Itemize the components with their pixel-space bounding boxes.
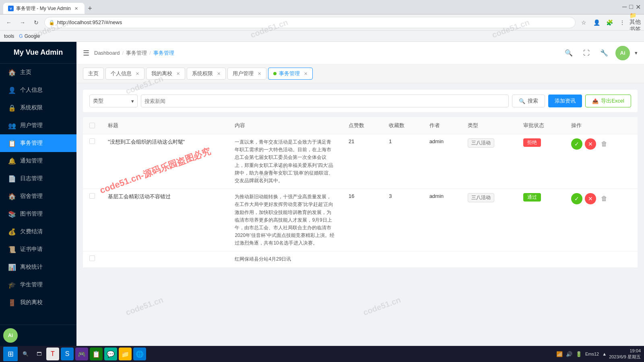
- sidebar-item-notifications[interactable]: 🔔 通知管理: [0, 152, 76, 170]
- taskbar-app-chat[interactable]: 💬: [104, 348, 117, 360]
- taskbar-app-s[interactable]: S: [61, 348, 74, 360]
- taskbar-network-icon[interactable]: 📶: [555, 350, 564, 358]
- profile-icon[interactable]: 👤: [591, 17, 602, 28]
- taskbar-chat-icon: 💬: [107, 350, 115, 358]
- extension-icon[interactable]: 🧩: [604, 17, 615, 28]
- row3-author: [423, 251, 461, 267]
- start-button[interactable]: ⊞: [3, 347, 18, 361]
- row3-checkbox[interactable]: [89, 255, 95, 261]
- search-button[interactable]: 🔍 搜索: [512, 95, 545, 107]
- sidebar-item-permissions[interactable]: 🔒 系统权限: [0, 99, 76, 117]
- browser-content: My Vue Admin 🏠 主页 👤 个人信息 🔒 系统权限 👥 用户管理: [0, 42, 644, 346]
- row2-checkbox-cell: [83, 189, 101, 251]
- type-select[interactable]: 类型 ▾: [89, 95, 138, 107]
- bookmark-tools[interactable]: tools: [4, 33, 14, 39]
- col-content: 内容: [228, 117, 342, 134]
- sidebar-item-users[interactable]: 👥 用户管理: [0, 117, 76, 134]
- taskbar-app-game[interactable]: 🎮: [75, 348, 88, 360]
- taskbar-arrow[interactable]: ▲: [602, 352, 607, 356]
- export-btn-label: 导出Excel: [601, 97, 624, 105]
- tab-leave[interactable]: 我的离校 ✕: [146, 68, 185, 80]
- tab-close-btn[interactable]: ✕: [73, 5, 80, 12]
- tab-profile[interactable]: 个人信息 ✕: [105, 68, 144, 80]
- tab-home[interactable]: 主页: [83, 68, 104, 80]
- forward-btn[interactable]: →: [17, 17, 28, 28]
- row2-reject-btn[interactable]: ✕: [585, 193, 596, 204]
- taskbar-battery-icon[interactable]: 🔋: [575, 350, 583, 358]
- taskbar-search[interactable]: 🔍: [19, 348, 32, 360]
- certificate-icon: 📜: [8, 245, 16, 253]
- new-tab-button[interactable]: +: [85, 3, 96, 14]
- row2-actions: ✓ ✕ 🗑: [565, 189, 638, 251]
- sidebar-item-logs[interactable]: 📄 日志管理: [0, 170, 76, 187]
- refresh-btn[interactable]: ↻: [31, 17, 42, 28]
- browser-tab-active[interactable]: V 事务管理 - My Vue Admin ✕: [3, 3, 85, 14]
- taskbar-sys-tray: Ems12 ▲: [585, 352, 607, 356]
- sidebar-item-fees[interactable]: 💰 欠费结清: [0, 223, 76, 241]
- sidebar-item-profile[interactable]: 👤 个人信息: [0, 81, 76, 99]
- select-all-checkbox[interactable]: [89, 123, 95, 128]
- sidebar-item-certificate[interactable]: 📜 证书申请: [0, 241, 76, 258]
- row2-type-tag: 三八活动: [468, 193, 494, 202]
- user-avatar-header[interactable]: Ai: [615, 46, 630, 60]
- tab-permissions-close[interactable]: ✕: [217, 71, 221, 76]
- taskbar-app-t[interactable]: T: [46, 348, 59, 360]
- taskbar-app-todo[interactable]: 📋: [90, 348, 103, 360]
- row2-approve-btn[interactable]: ✓: [571, 193, 582, 204]
- breadcrumb-dashboard[interactable]: Dashboard: [94, 50, 120, 56]
- taskbar-todo-icon: 📋: [92, 350, 100, 358]
- address-bar[interactable]: 🔒 http://localhost:9527/#/news: [44, 17, 576, 28]
- tab-permissions[interactable]: 系统权限 ✕: [187, 68, 226, 80]
- export-button[interactable]: 📤 导出Excel: [585, 95, 631, 107]
- sidebar-item-statistics[interactable]: 📊 离校统计: [0, 258, 76, 276]
- close-btn[interactable]: ✕: [636, 3, 641, 11]
- row1-delete-btn[interactable]: 🗑: [599, 138, 610, 150]
- other-bookmarks[interactable]: 📁 其他书签: [630, 17, 641, 28]
- sidebar-label-fees: 欠费结清: [20, 228, 43, 235]
- sidebar-item-affairs[interactable]: 📋 事务管理: [0, 134, 76, 152]
- sidebar-item-library[interactable]: 📚 图书管理: [0, 205, 76, 223]
- search-input-wrap[interactable]: [141, 95, 509, 107]
- row2-status: 通过: [517, 189, 565, 251]
- settings-icon-btn[interactable]: 🔧: [598, 47, 611, 60]
- tab-leave-close[interactable]: ✕: [176, 71, 180, 76]
- search-icon-btn[interactable]: 🔍: [562, 47, 575, 60]
- taskbar-app-files[interactable]: 📁: [119, 348, 132, 360]
- sidebar-label-statistics: 离校统计: [20, 263, 43, 271]
- taskbar-volume-icon[interactable]: 🔊: [565, 350, 573, 358]
- tab-affairs[interactable]: 事务管理 ✕: [268, 68, 313, 80]
- sidebar-item-students[interactable]: 🎓 学生管理: [0, 276, 76, 294]
- taskbar-right: 📶 🔊 🔋 Ems12 ▲ 19:04 2023/6/9 星期五: [555, 348, 641, 360]
- minimize-btn[interactable]: ─: [622, 3, 627, 11]
- bookmark-icon[interactable]: ☆: [578, 17, 589, 28]
- sidebar-item-leave-school[interactable]: 🚪 我的离校: [0, 294, 76, 311]
- row2-delete-btn[interactable]: 🗑: [599, 193, 610, 204]
- taskbar-taskview[interactable]: 🗖: [33, 348, 45, 360]
- row1-reject-btn[interactable]: ✕: [585, 138, 596, 150]
- user-dropdown-arrow[interactable]: ▾: [635, 50, 638, 56]
- maximize-btn[interactable]: □: [629, 3, 633, 11]
- bookmark-google[interactable]: G Google: [19, 33, 40, 39]
- fullscreen-icon-btn[interactable]: ⛶: [580, 47, 593, 60]
- tab-affairs-close[interactable]: ✕: [304, 71, 308, 76]
- sidebar-item-dormitory[interactable]: 🏠 宿舍管理: [0, 187, 76, 205]
- row1-checkbox[interactable]: [89, 138, 95, 144]
- menu-toggle-btn[interactable]: ☰: [83, 49, 89, 58]
- breadcrumb-affairs-mgmt[interactable]: 事务管理: [126, 49, 147, 57]
- tab-users-mgmt[interactable]: 用户管理 ✕: [227, 68, 266, 80]
- back-btn[interactable]: ←: [3, 17, 14, 28]
- search-input[interactable]: [144, 98, 505, 104]
- tab-users-close[interactable]: ✕: [258, 71, 261, 76]
- menu-dots-icon[interactable]: ⋮: [617, 17, 628, 28]
- sidebar-label-notifications: 通知管理: [20, 157, 43, 165]
- tab-users-label: 用户管理: [233, 70, 254, 77]
- sidebar-item-home[interactable]: 🏠 主页: [0, 64, 76, 81]
- row2-checkbox[interactable]: [89, 193, 95, 199]
- taskbar-app-browser[interactable]: 🌐: [133, 348, 146, 360]
- taskbar-browser-icon: 🌐: [136, 350, 144, 358]
- row1-approve-btn[interactable]: ✓: [571, 138, 582, 150]
- table-row: 红网保靖县分站4月29日讯: [83, 251, 638, 267]
- tab-profile-close[interactable]: ✕: [136, 71, 139, 76]
- add-button[interactable]: 添加资讯: [548, 95, 582, 107]
- sidebar-logo: My Vue Admin: [0, 42, 76, 64]
